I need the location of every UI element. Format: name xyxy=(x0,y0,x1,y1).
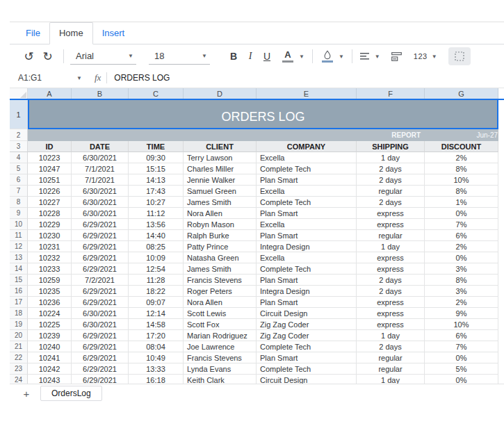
data-cell[interactable]: Roger Peters xyxy=(184,286,257,297)
row-header-12[interactable]: 12 xyxy=(10,241,28,252)
data-cell[interactable]: regular xyxy=(357,230,425,241)
data-cell[interactable]: James Smith xyxy=(184,197,257,208)
data-cell[interactable]: 8% xyxy=(425,275,498,286)
data-cell[interactable]: 6/30/2021 xyxy=(72,152,129,163)
data-cell[interactable]: 6/29/2021 xyxy=(72,241,129,252)
row-header-4[interactable]: 4 xyxy=(10,152,28,163)
data-cell[interactable]: Jennie Walker xyxy=(184,174,257,186)
data-cell[interactable]: 1 day xyxy=(357,375,425,384)
undo-button[interactable]: ↺ xyxy=(19,47,38,65)
data-cell[interactable]: 6/29/2021 xyxy=(72,341,129,352)
data-cell[interactable]: Complete Tech xyxy=(257,363,357,375)
data-cell[interactable]: Plan Smart xyxy=(257,174,357,186)
data-cell[interactable]: 7% xyxy=(425,341,498,352)
data-cell[interactable]: Plan Smart xyxy=(257,275,357,286)
data-cell[interactable]: 6/29/2021 xyxy=(72,219,129,230)
data-cell[interactable]: 10% xyxy=(425,319,498,330)
data-cell[interactable]: 10% xyxy=(425,174,498,186)
data-cell[interactable]: 7/2/2021 xyxy=(72,275,129,286)
row-header-21[interactable]: 21 xyxy=(10,341,28,352)
data-cell[interactable]: 12:14 xyxy=(129,308,184,319)
data-cell[interactable]: Complete Tech xyxy=(257,341,357,352)
data-cell[interactable]: 6/29/2021 xyxy=(72,352,129,363)
column-header-G[interactable]: G xyxy=(425,88,498,99)
data-cell[interactable]: 7/1/2021 xyxy=(72,174,129,186)
data-cell[interactable]: 11:12 xyxy=(129,208,184,219)
row-header-8[interactable]: 8 xyxy=(10,197,28,208)
column-header-E[interactable]: E xyxy=(257,88,357,99)
data-cell[interactable]: express xyxy=(357,308,425,319)
data-cell[interactable]: 10240 xyxy=(28,341,72,352)
font-size-select[interactable]: 18 ▼ xyxy=(149,48,210,65)
data-cell[interactable]: Circuit Design xyxy=(257,375,357,384)
data-cell[interactable]: 8% xyxy=(425,163,498,174)
data-cell[interactable]: 6% xyxy=(425,230,498,241)
data-cell[interactable]: 6/29/2021 xyxy=(72,230,129,241)
row-header-24[interactable]: 24 xyxy=(10,375,28,384)
tab-file[interactable]: File xyxy=(17,23,49,44)
data-cell[interactable]: regular xyxy=(357,352,425,363)
row-header-11[interactable]: 11 xyxy=(10,230,28,241)
column-header-A[interactable]: A xyxy=(28,88,72,99)
data-cell[interactable]: Complete Tech xyxy=(257,197,357,208)
data-cell[interactable]: 7% xyxy=(425,219,498,230)
data-cell[interactable]: 2% xyxy=(425,152,498,163)
data-cell[interactable]: regular xyxy=(357,363,425,375)
data-cell[interactable]: 10:27 xyxy=(129,197,184,208)
data-cell[interactable]: 10235 xyxy=(28,286,72,297)
sheet-tab-orderslog[interactable]: OrdersLog xyxy=(40,386,102,401)
data-cell[interactable]: express xyxy=(357,252,425,263)
data-cell[interactable]: 10231 xyxy=(28,241,72,252)
data-cell[interactable]: Plan Smart xyxy=(257,208,357,219)
data-cell[interactable]: 0% xyxy=(425,252,498,263)
data-cell[interactable]: 10:09 xyxy=(129,252,184,263)
data-cell[interactable]: 9% xyxy=(425,308,498,319)
data-cell[interactable]: 15:15 xyxy=(129,163,184,174)
data-cell[interactable]: Francis Stevens xyxy=(184,352,257,363)
data-cell[interactable]: 2 days xyxy=(357,174,425,186)
data-cell[interactable]: 13:33 xyxy=(129,363,184,375)
data-cell[interactable]: 2 days xyxy=(357,275,425,286)
data-cell[interactable]: 6/30/2021 xyxy=(72,308,129,319)
data-cell[interactable]: 1 day xyxy=(357,241,425,252)
header-cell-time[interactable]: TIME xyxy=(129,141,184,152)
data-cell[interactable]: Terry Lawson xyxy=(184,152,257,163)
data-cell[interactable]: 17:20 xyxy=(129,330,184,341)
data-cell[interactable]: 10227 xyxy=(28,197,72,208)
data-cell[interactable]: 2 days xyxy=(357,163,425,174)
data-cell[interactable]: Plan Smart xyxy=(257,352,357,363)
data-cell[interactable]: 3% xyxy=(425,286,498,297)
data-cell[interactable]: 6/29/2021 xyxy=(72,286,129,297)
row-header-17[interactable]: 17 xyxy=(10,297,28,308)
data-cell[interactable]: 7/1/2021 xyxy=(72,163,129,174)
data-cell[interactable]: 13:56 xyxy=(129,219,184,230)
data-cell[interactable]: Integra Design xyxy=(257,286,357,297)
data-cell[interactable]: 10251 xyxy=(28,174,72,186)
bold-button[interactable]: B xyxy=(225,47,242,65)
borders-button[interactable] xyxy=(448,47,471,65)
data-cell[interactable]: express xyxy=(357,219,425,230)
data-cell[interactable]: Joe Lawrence xyxy=(184,341,257,352)
data-cell[interactable]: 2% xyxy=(425,297,498,308)
row-header-16[interactable]: 16 xyxy=(10,286,28,297)
row-header-5[interactable]: 5 xyxy=(10,163,28,174)
data-cell[interactable]: 10223 xyxy=(28,152,72,163)
data-cell[interactable]: 10247 xyxy=(28,163,72,174)
data-cell[interactable]: 10226 xyxy=(28,186,72,197)
data-cell[interactable]: 17:43 xyxy=(129,186,184,197)
data-cell[interactable]: 18:22 xyxy=(129,286,184,297)
data-cell[interactable]: 10259 xyxy=(28,275,72,286)
data-cell[interactable]: 08:04 xyxy=(129,341,184,352)
data-cell[interactable]: 10243 xyxy=(28,375,72,384)
data-cell[interactable]: 14:13 xyxy=(129,174,184,186)
data-cell[interactable]: 2 days xyxy=(357,286,425,297)
data-cell[interactable]: Samuel Green xyxy=(184,186,257,197)
merge-cells-button[interactable] xyxy=(389,47,405,65)
data-cell[interactable]: Robyn Mason xyxy=(184,219,257,230)
data-cell[interactable]: Excella xyxy=(257,252,357,263)
data-cell[interactable]: 2 days xyxy=(357,341,425,352)
data-cell[interactable]: 08:25 xyxy=(129,241,184,252)
data-cell[interactable]: 8% xyxy=(425,186,498,197)
data-cell[interactable]: 0% xyxy=(425,352,498,363)
row-header-1[interactable]: 1 xyxy=(10,100,28,129)
